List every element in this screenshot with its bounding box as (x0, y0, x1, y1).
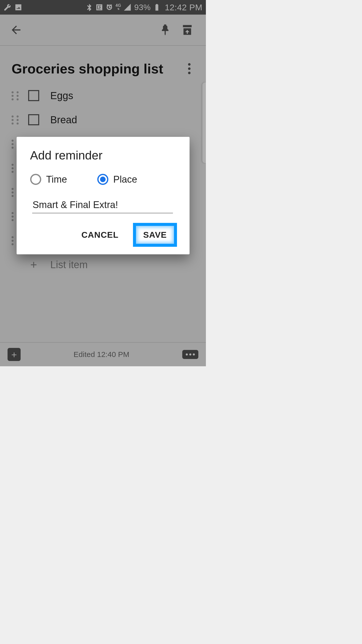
reminder-type-time[interactable]: Time (30, 174, 67, 185)
radio-label: Time (46, 174, 67, 185)
place-input[interactable] (32, 198, 173, 213)
radio-label: Place (113, 174, 137, 185)
reminder-type-place[interactable]: Place (97, 174, 137, 185)
radio-icon (30, 174, 41, 185)
add-reminder-dialog: Add reminder Time Place CANCEL SAVE (17, 137, 190, 254)
save-button[interactable]: SAVE (133, 223, 177, 247)
radio-icon (97, 174, 108, 185)
modal-scrim[interactable]: Add reminder Time Place CANCEL SAVE (0, 0, 206, 366)
cancel-button[interactable]: CANCEL (74, 224, 126, 245)
dialog-title: Add reminder (30, 148, 177, 162)
